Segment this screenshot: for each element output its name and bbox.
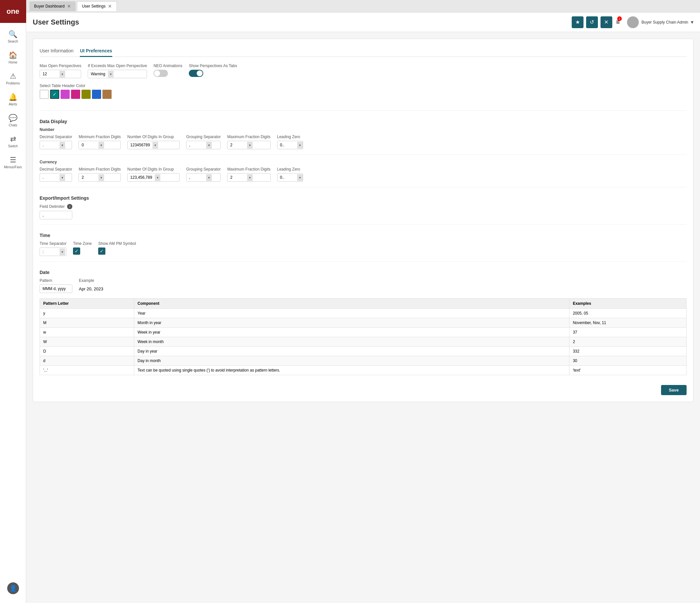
- close-button[interactable]: ✕: [601, 16, 612, 28]
- table-row: '...'Text can be quoted using single quo…: [40, 366, 686, 375]
- notification-badge: 1: [617, 16, 622, 21]
- menu-button[interactable]: ≡ 1: [615, 17, 622, 27]
- cur-grouping-sep-arrow[interactable]: ▾: [206, 174, 212, 181]
- num-leading-zero-value: 0..: [277, 141, 297, 149]
- cur-digits-group-select[interactable]: 123,456,789 ▾: [127, 173, 180, 182]
- field-delimiter-input[interactable]: [40, 211, 72, 219]
- cur-decimal-sep-select[interactable]: . ▾: [40, 173, 72, 182]
- num-decimal-sep-select[interactable]: . ▾: [40, 141, 72, 149]
- time-separator-arrow[interactable]: ▾: [59, 248, 65, 255]
- cur-leading-zero-arrow[interactable]: ▾: [297, 174, 303, 181]
- sidebar-item-menus[interactable]: ☰ Menus/Favs: [0, 152, 26, 173]
- home-icon: 🏠: [8, 51, 17, 59]
- tab-ui-preferences[interactable]: UI Preferences: [80, 46, 112, 57]
- cur-digits-group-arrow[interactable]: ▾: [155, 174, 160, 181]
- show-as-tabs-label: Show Perspectives As Tabs: [189, 64, 237, 68]
- neo-animations-group: NEO Animations: [153, 64, 182, 78]
- sidebar-user-avatar[interactable]: 👤: [7, 582, 19, 594]
- num-leading-zero-arrow[interactable]: ▾: [297, 142, 303, 149]
- settings-tabs: User Information UI Preferences: [40, 46, 686, 57]
- table-cell-component: Day in year: [134, 347, 569, 356]
- cur-min-frac-select[interactable]: 2 ▾: [78, 173, 121, 182]
- show-as-tabs-toggle[interactable]: [189, 70, 203, 77]
- sidebar-label-home: Home: [8, 61, 17, 64]
- time-row: Time Separator : ▾ Time Zone ✓ Show AM P…: [40, 241, 686, 256]
- tab-buyer-dashboard-close[interactable]: ✕: [67, 4, 71, 9]
- cur-max-frac-arrow[interactable]: ▾: [247, 174, 253, 181]
- swatch-brown[interactable]: [102, 90, 111, 99]
- max-open-perspectives-select[interactable]: 12 ▾: [40, 70, 81, 78]
- date-row: Pattern Example Apr 20, 2023: [40, 278, 686, 293]
- num-decimal-sep-arrow[interactable]: ▾: [59, 142, 65, 149]
- sidebar-label-problems: Problems: [6, 81, 20, 85]
- star-button[interactable]: ★: [572, 16, 583, 28]
- field-delimiter-group: Field Delimiter i: [40, 204, 686, 219]
- user-dropdown-button[interactable]: ▾: [691, 19, 694, 25]
- table-cell-examples: 'text': [569, 366, 686, 375]
- swatch-teal[interactable]: ✓: [50, 90, 59, 99]
- field-delimiter-info-icon[interactable]: i: [67, 204, 72, 209]
- save-button[interactable]: Save: [661, 385, 686, 395]
- sidebar-avatar-item[interactable]: 👤: [7, 578, 19, 598]
- swatch-purple[interactable]: [60, 90, 70, 99]
- sidebar-item-switch[interactable]: ⇄ Switch: [0, 131, 26, 152]
- num-max-frac-select[interactable]: 2 ▾: [227, 141, 270, 149]
- table-cell-letter: '...': [40, 366, 134, 375]
- export-import-title: Export/Import Settings: [40, 192, 686, 201]
- table-cell-examples: 30: [569, 356, 686, 366]
- divider-currency: [40, 154, 686, 155]
- swatch-white[interactable]: [40, 90, 49, 99]
- table-cell-component: Text can be quoted using single quotes (…: [134, 366, 569, 375]
- if-exceeds-select[interactable]: Warning ▾: [88, 70, 147, 78]
- neo-animations-toggle[interactable]: [153, 70, 168, 77]
- cur-decimal-sep-arrow[interactable]: ▾: [59, 174, 65, 181]
- table-col-pattern-letter: Pattern Letter: [40, 298, 134, 309]
- field-delimiter-label: Field Delimiter i: [40, 204, 686, 209]
- table-row: MMonth in yearNovember, Nov, 11: [40, 318, 686, 328]
- num-leading-zero-select[interactable]: 0.. ▾: [277, 141, 303, 149]
- sidebar-item-search[interactable]: 🔍 Search: [0, 26, 26, 47]
- swatch-blue[interactable]: [92, 90, 101, 99]
- date-pattern-input[interactable]: [40, 285, 72, 293]
- user-avatar: [627, 16, 639, 28]
- table-cell-letter: w: [40, 328, 134, 337]
- num-min-frac-arrow[interactable]: ▾: [99, 142, 104, 149]
- num-max-frac-arrow[interactable]: ▾: [247, 142, 253, 149]
- switch-icon: ⇄: [10, 135, 16, 143]
- swatch-pink[interactable]: [71, 90, 80, 99]
- tab-user-settings[interactable]: User Settings ✕: [77, 1, 117, 11]
- time-zone-checkbox[interactable]: ✓: [73, 247, 80, 255]
- cur-grouping-sep-label: Grouping Separator: [186, 167, 221, 172]
- num-grouping-sep-select[interactable]: , ▾: [186, 141, 221, 149]
- num-leading-zero-group: Leading Zero 0.. ▾: [277, 135, 303, 149]
- cur-leading-zero-select[interactable]: 0.. ▾: [277, 173, 303, 182]
- tab-user-information[interactable]: User Information: [40, 46, 73, 57]
- sidebar-item-problems[interactable]: ⚠ Problems: [0, 68, 26, 89]
- max-open-perspectives-arrow[interactable]: ▾: [59, 71, 65, 78]
- num-digits-group-arrow[interactable]: ▾: [152, 142, 158, 149]
- num-digits-group-value: 123456789: [128, 141, 152, 149]
- cur-min-frac-arrow[interactable]: ▾: [99, 174, 104, 181]
- tab-buyer-dashboard[interactable]: Buyer Dashboard ✕: [29, 1, 76, 11]
- num-digits-group-select[interactable]: 123456789 ▾: [127, 141, 180, 149]
- sidebar-item-alerts[interactable]: 🔔 Alerts: [0, 89, 26, 110]
- show-am-pm-checkbox[interactable]: ✓: [98, 247, 105, 255]
- sidebar-item-chats[interactable]: 💬 Chats: [0, 110, 26, 131]
- num-grouping-sep-arrow[interactable]: ▾: [206, 142, 212, 149]
- app-logo[interactable]: one: [0, 0, 26, 23]
- time-separator-select[interactable]: : ▾: [40, 247, 67, 256]
- cur-grouping-sep-select[interactable]: , ▾: [186, 173, 221, 182]
- if-exceeds-arrow[interactable]: ▾: [108, 71, 114, 78]
- warning-icon: ⚠: [10, 72, 16, 80]
- sidebar-item-home[interactable]: 🏠 Home: [0, 47, 26, 68]
- save-area: Save: [40, 382, 686, 395]
- refresh-button[interactable]: ↺: [586, 16, 598, 28]
- cur-decimal-sep-value: .: [40, 173, 59, 182]
- time-title: Time: [40, 230, 686, 238]
- tab-user-settings-close[interactable]: ✕: [108, 4, 112, 9]
- num-min-frac-select[interactable]: 0 ▾: [78, 141, 121, 149]
- cur-max-frac-select[interactable]: 2 ▾: [227, 173, 270, 182]
- if-exceeds-label: If Exceeds Max Open Perspective: [88, 64, 147, 68]
- swatch-olive[interactable]: [81, 90, 91, 99]
- time-zone-group: Time Zone ✓: [73, 241, 92, 256]
